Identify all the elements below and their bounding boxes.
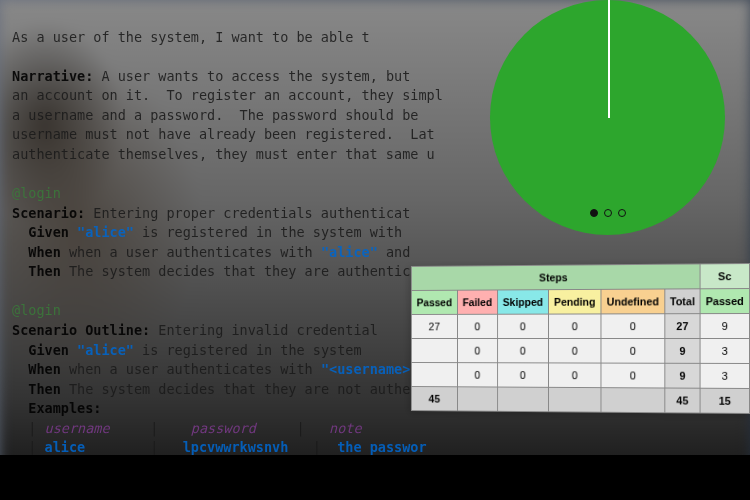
scenario-kw: Scenario: (12, 205, 85, 221)
tag-login: @login (12, 302, 61, 318)
pager-dot[interactable] (604, 209, 612, 217)
pager-dot[interactable] (590, 209, 598, 217)
table-summary-row: 454515 (411, 387, 749, 414)
code-line: As a user of the system, I want to be ab… (12, 29, 370, 45)
table-row: 000093 (411, 339, 749, 364)
narrative-kw: Narrative: (12, 68, 93, 84)
results-table: Steps Sc Passed Failed Skipped Pending U… (411, 263, 750, 414)
col-group-steps: Steps (411, 264, 700, 291)
tag-login: @login (12, 185, 61, 201)
table-row: 000093 (411, 363, 749, 389)
bottom-bar (0, 455, 750, 500)
scenario-title: Entering proper credentials authenticat (93, 205, 410, 221)
examples-kw: Examples: (28, 400, 101, 416)
pie-chart (490, 0, 725, 235)
col-group-scenarios: Sc (700, 264, 749, 289)
pager-dot[interactable] (618, 209, 626, 217)
table-row: 270000279 (411, 314, 749, 339)
table-header-row: Passed Failed Skipped Pending Undefined … (411, 289, 749, 315)
scenario-outline-kw: Scenario Outline: (12, 322, 150, 338)
carousel-pager (590, 209, 626, 217)
